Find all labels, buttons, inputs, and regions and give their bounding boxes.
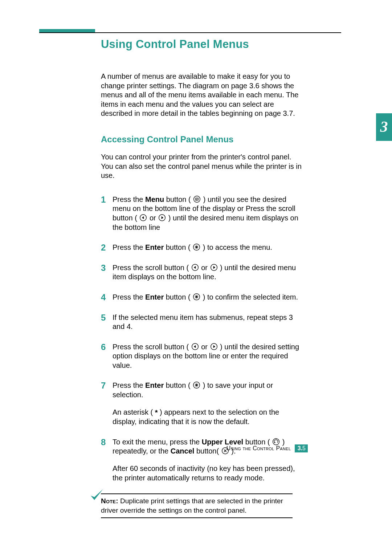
asterisk-icon: *	[155, 408, 158, 418]
page-title: Using Control Panel Menus	[101, 38, 302, 51]
content-column: Using Control Panel Menus A number of me…	[101, 38, 302, 483]
step-followup: An asterisk ( * ) appears next to the se…	[113, 408, 302, 427]
step-number: 1	[101, 194, 106, 206]
scroll-right-icon	[210, 343, 218, 350]
section-heading: Accessing Control Panel Menus	[101, 134, 302, 145]
step-body: Press the Enter button ( ) to confirm th…	[113, 293, 302, 302]
note-divider-bottom	[101, 517, 293, 518]
chapter-tab: 3	[376, 113, 392, 141]
enter-asterisk-icon	[193, 293, 200, 301]
header-rule	[39, 29, 341, 33]
scroll-right-icon	[210, 264, 218, 271]
step-body: Press the scroll button ( or ) until the…	[113, 263, 302, 282]
checkmark-icon	[89, 488, 104, 504]
scroll-left-icon	[191, 343, 199, 350]
step-number: 7	[101, 380, 106, 391]
scroll-left-icon	[191, 264, 199, 271]
step-number: 6	[101, 342, 106, 353]
step-number: 4	[101, 292, 106, 303]
step-body: If the selected menu item has submenus, …	[113, 313, 302, 332]
scroll-right-icon	[158, 214, 166, 221]
steps-list: 1 Press the Menu button ( ) until you se…	[101, 195, 302, 483]
intro-paragraph: A number of menus are available to make …	[101, 72, 302, 118]
header-divider-line	[39, 32, 341, 33]
step-body: Press the Menu button ( ) until you see …	[113, 195, 302, 232]
step-body: Press the Enter button ( ) to access the…	[113, 243, 302, 252]
note-text: Note: Duplicate print settings that are …	[90, 494, 293, 517]
step-number: 2	[101, 242, 106, 253]
step-number: 3	[101, 263, 106, 274]
enter-asterisk-icon	[193, 243, 200, 251]
step-5: 5 If the selected menu item has submenus…	[101, 313, 302, 332]
step-number: 5	[101, 312, 106, 324]
step-followup: After 60 seconds of inactivity (no key h…	[113, 464, 302, 483]
footer-section-label: Using the Control Panel	[226, 445, 291, 451]
step-body: Press the scroll button ( or ) until the…	[113, 342, 302, 370]
step-1: 1 Press the Menu button ( ) until you se…	[101, 195, 302, 232]
enter-asterisk-icon	[193, 381, 200, 389]
step-body: Press the Enter button ( ) to save your …	[113, 381, 302, 426]
lead-paragraph: You can control your printer from the pr…	[101, 153, 302, 180]
footer-page-number: 3.5	[295, 444, 308, 452]
step-3: 3 Press the scroll button ( or ) until t…	[101, 263, 302, 282]
page-footer: Using the Control Panel 3.5	[39, 444, 308, 452]
step-7: 7 Press the Enter button ( ) to save you…	[101, 381, 302, 426]
step-4: 4 Press the Enter button ( ) to confirm …	[101, 293, 302, 302]
scroll-left-icon	[139, 214, 147, 221]
step-6: 6 Press the scroll button ( or ) until t…	[101, 342, 302, 370]
step-2: 2 Press the Enter button ( ) to access t…	[101, 243, 302, 252]
menu-icon	[193, 195, 201, 203]
note-block: Note: Duplicate print settings that are …	[90, 493, 293, 518]
